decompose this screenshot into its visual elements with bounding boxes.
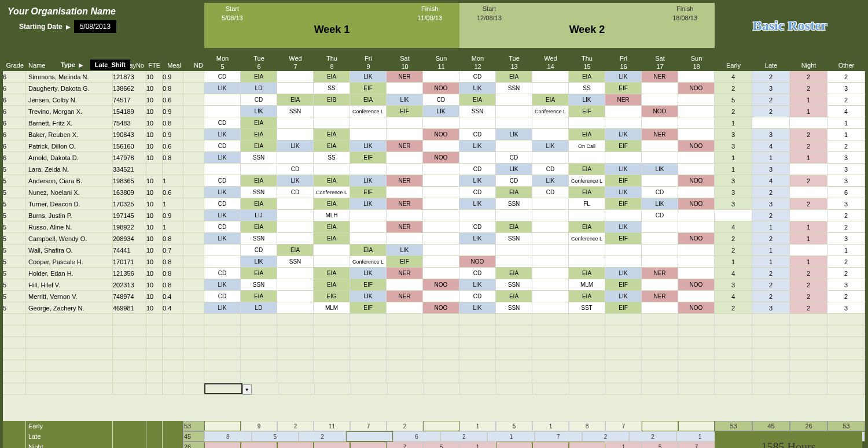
- shift-cell[interactable]: EIA: [241, 117, 277, 128]
- shift-cell[interactable]: Conference L: [350, 256, 387, 267]
- shift-cell[interactable]: [423, 245, 459, 256]
- shift-cell[interactable]: [532, 233, 569, 244]
- shift-cell[interactable]: [532, 129, 569, 140]
- shift-cell[interactable]: [277, 210, 314, 221]
- shift-cell[interactable]: EIA: [496, 71, 532, 82]
- shift-cell[interactable]: CD: [204, 198, 241, 209]
- shift-cell[interactable]: EIF: [350, 187, 387, 198]
- shift-cell[interactable]: [642, 221, 678, 232]
- shift-cell[interactable]: [642, 140, 678, 151]
- shift-cell[interactable]: [459, 349, 496, 360]
- shift-cell[interactable]: [459, 337, 496, 348]
- shift-cell[interactable]: SSN: [277, 256, 314, 267]
- shift-cell[interactable]: EIA: [241, 268, 277, 279]
- shift-cell[interactable]: EIA: [314, 129, 350, 140]
- shift-cell[interactable]: [277, 325, 314, 336]
- shift-cell[interactable]: [642, 152, 678, 163]
- shift-cell[interactable]: LIK: [605, 221, 642, 232]
- shift-cell[interactable]: EIF: [605, 302, 642, 313]
- shift-cell[interactable]: EIA: [569, 164, 605, 175]
- shift-cell[interactable]: SSN: [496, 279, 532, 290]
- shift-cell[interactable]: CD: [496, 175, 532, 186]
- shift-cell[interactable]: [277, 349, 314, 360]
- shift-cell[interactable]: [532, 360, 569, 371]
- shift-cell[interactable]: LIK: [204, 83, 241, 94]
- shift-cell[interactable]: EIA: [241, 140, 277, 151]
- shift-cell[interactable]: [423, 117, 459, 128]
- shift-cell[interactable]: [423, 210, 459, 221]
- shift-cell[interactable]: LD: [241, 302, 277, 313]
- shift-cell[interactable]: LIK: [204, 129, 241, 140]
- shift-cell[interactable]: LIK: [204, 279, 241, 290]
- shift-cell[interactable]: [423, 360, 459, 371]
- shift-cell[interactable]: [277, 302, 314, 313]
- shift-cell[interactable]: Conference L: [314, 187, 350, 198]
- shift-cell[interactable]: [678, 314, 715, 325]
- shift-cell[interactable]: On Call: [569, 140, 605, 151]
- shift-cell[interactable]: NER: [642, 291, 678, 302]
- shift-cell[interactable]: [387, 314, 423, 325]
- shift-cell[interactable]: [459, 314, 496, 325]
- shift-cell[interactable]: SSN: [496, 233, 532, 244]
- shift-cell[interactable]: [532, 325, 569, 336]
- shift-cell[interactable]: EIF: [605, 279, 642, 290]
- shift-cell[interactable]: EIA: [569, 291, 605, 302]
- shift-cell[interactable]: LIK: [605, 164, 642, 175]
- shift-cell[interactable]: LIK: [605, 291, 642, 302]
- shift-cell[interactable]: [532, 83, 569, 94]
- shift-cell[interactable]: LIK: [204, 210, 241, 221]
- shift-cell[interactable]: SS: [569, 83, 605, 94]
- shift-cell[interactable]: [387, 187, 423, 198]
- shift-cell[interactable]: Conference L: [569, 175, 605, 186]
- shift-cell[interactable]: LIK: [532, 140, 569, 151]
- shift-cell[interactable]: NOO: [423, 152, 459, 163]
- shift-cell[interactable]: NER: [642, 268, 678, 279]
- shift-cell[interactable]: [314, 314, 350, 325]
- shift-cell[interactable]: [350, 360, 387, 371]
- shift-cell[interactable]: [387, 349, 423, 360]
- shift-cell[interactable]: [642, 256, 678, 267]
- shift-cell[interactable]: [460, 383, 496, 394]
- play-icon[interactable]: ▶: [66, 24, 71, 30]
- shift-cell[interactable]: LIK: [459, 233, 496, 244]
- shift-cell[interactable]: [642, 94, 678, 105]
- shift-cell[interactable]: [496, 349, 532, 360]
- shift-cell[interactable]: [605, 152, 642, 163]
- shift-cell[interactable]: [204, 360, 241, 371]
- shift-cell[interactable]: [532, 314, 569, 325]
- shift-cell[interactable]: [423, 140, 459, 151]
- shift-cell[interactable]: EIA: [314, 71, 350, 82]
- shift-cell[interactable]: [642, 117, 678, 128]
- shift-cell[interactable]: CD: [423, 94, 459, 105]
- shift-cell[interactable]: NER: [605, 94, 642, 105]
- shift-cell[interactable]: [459, 360, 496, 371]
- shift-cell[interactable]: CD: [459, 187, 496, 198]
- shift-cell[interactable]: [678, 349, 715, 360]
- shift-cell[interactable]: NOO: [678, 233, 715, 244]
- shift-cell[interactable]: [423, 187, 459, 198]
- shift-cell[interactable]: [423, 256, 459, 267]
- shift-cell[interactable]: [204, 337, 241, 348]
- shift-cell[interactable]: LIK: [204, 302, 241, 313]
- shift-cell[interactable]: [678, 106, 715, 117]
- shift-cell[interactable]: [277, 71, 314, 82]
- shift-cell[interactable]: EIA: [241, 291, 277, 302]
- shift-cell[interactable]: [678, 337, 715, 348]
- shift-cell[interactable]: LIK: [204, 152, 241, 163]
- shift-cell[interactable]: LIK: [350, 198, 387, 209]
- shift-cell[interactable]: [642, 349, 678, 360]
- shift-cell[interactable]: [351, 383, 388, 394]
- shift-cell[interactable]: [496, 383, 533, 394]
- shift-cell[interactable]: [678, 383, 715, 394]
- shift-cell[interactable]: NER: [387, 71, 423, 82]
- shift-cell[interactable]: [388, 383, 424, 394]
- shift-cell[interactable]: LIJ: [241, 210, 277, 221]
- shift-cell[interactable]: LIK: [642, 164, 678, 175]
- shift-cell[interactable]: LIK: [277, 175, 314, 186]
- shift-cell[interactable]: [606, 383, 642, 394]
- shift-cell[interactable]: LIK: [459, 198, 496, 209]
- shift-cell[interactable]: EIF: [350, 279, 387, 290]
- shift-cell[interactable]: CD: [459, 268, 496, 279]
- shift-cell[interactable]: [204, 314, 241, 325]
- shift-cell[interactable]: EIF: [387, 106, 423, 117]
